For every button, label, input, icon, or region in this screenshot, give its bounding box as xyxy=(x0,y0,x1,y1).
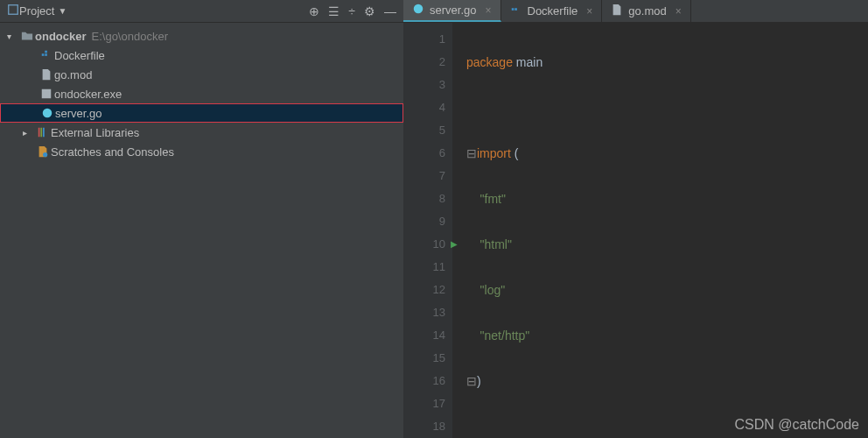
svg-rect-3 xyxy=(45,51,47,53)
project-sidebar: Project ▼ ⊕ ☰ ÷ ⚙ — ▾ ondocker E:\go\ond… xyxy=(0,0,403,438)
tab-label: server.go xyxy=(430,4,476,17)
svg-rect-8 xyxy=(43,128,45,138)
folder-icon xyxy=(19,30,35,42)
tree-item-label: External Libraries xyxy=(51,126,139,139)
close-icon[interactable]: × xyxy=(586,5,592,18)
svg-rect-6 xyxy=(38,128,40,138)
tree-item-label: Dockerfile xyxy=(54,49,105,62)
svg-rect-7 xyxy=(40,128,42,138)
hide-icon[interactable]: — xyxy=(384,4,396,18)
docker-icon xyxy=(38,49,54,61)
code-content[interactable]: package main ⊟import ( "fmt" "html" "log… xyxy=(452,23,868,438)
go-icon xyxy=(39,107,55,119)
line-number: 4 xyxy=(403,96,445,119)
select-opened-icon[interactable]: ⊕ xyxy=(309,4,319,18)
line-number: 17 xyxy=(403,392,445,415)
line-number: 10▶ xyxy=(403,233,445,256)
tree-item-gomod[interactable]: go.mod xyxy=(0,65,403,84)
svg-rect-12 xyxy=(514,8,517,11)
file-icon xyxy=(611,4,623,18)
svg-rect-4 xyxy=(42,89,52,99)
code-area[interactable]: 1 2 3 4 5 6 7 8 9 10▶ 11 12 13 14 15 16 … xyxy=(403,23,868,438)
svg-rect-2 xyxy=(45,53,47,56)
svg-point-10 xyxy=(414,4,424,14)
expand-icon[interactable]: ☰ xyxy=(328,4,340,18)
dropdown-icon[interactable]: ▼ xyxy=(58,6,66,16)
tree-root-path: E:\go\ondocker xyxy=(92,30,168,43)
tree-external-libs[interactable]: ▸ External Libraries xyxy=(0,123,403,142)
editor-panel: server.go × Dockerfile × go.mod × 1 2 3 … xyxy=(403,0,868,438)
line-number: 5 xyxy=(403,119,445,142)
svg-rect-11 xyxy=(511,8,514,11)
tree-item-exe[interactable]: ondocker.exe xyxy=(0,84,403,103)
docker-icon xyxy=(510,4,522,18)
editor-tabs: server.go × Dockerfile × go.mod × xyxy=(403,0,868,23)
tab-gomod[interactable]: go.mod × xyxy=(602,0,690,22)
line-number: 3 xyxy=(403,74,445,96)
line-number: 15 xyxy=(403,347,445,370)
line-number: 9 xyxy=(403,210,445,233)
project-title[interactable]: Project xyxy=(19,4,54,18)
run-icon[interactable]: ▶ xyxy=(451,233,458,256)
tab-servergo[interactable]: server.go × xyxy=(403,0,501,22)
tree-item-servergo[interactable]: server.go xyxy=(0,103,403,123)
tab-dockerfile[interactable]: Dockerfile × xyxy=(501,0,603,22)
svg-rect-0 xyxy=(9,4,18,14)
file-icon xyxy=(38,68,54,81)
line-number: 14 xyxy=(403,324,445,347)
tree-item-dockerfile[interactable]: Dockerfile xyxy=(0,46,403,65)
exe-icon xyxy=(38,88,54,100)
svg-point-9 xyxy=(43,152,47,157)
gutter: 1 2 3 4 5 6 7 8 9 10▶ 11 12 13 14 15 16 … xyxy=(403,23,452,438)
svg-rect-1 xyxy=(42,53,45,56)
watermark: CSDN @catchCode xyxy=(734,417,859,433)
line-number: 1 xyxy=(403,28,445,51)
gear-icon[interactable]: ⚙ xyxy=(364,4,375,18)
project-icon xyxy=(7,4,19,19)
line-number: 18 xyxy=(403,415,445,438)
project-tree: ▾ ondocker E:\go\ondocker Dockerfile go.… xyxy=(0,23,403,165)
svg-point-5 xyxy=(43,109,52,118)
collapse-icon[interactable]: ÷ xyxy=(348,4,355,18)
chevron-right-icon: ▸ xyxy=(23,128,35,138)
tree-scratches[interactable]: Scratches and Consoles xyxy=(0,142,403,161)
tree-root-name: ondocker xyxy=(35,30,87,43)
chevron-down-icon: ▾ xyxy=(7,32,19,41)
tree-item-label: server.go xyxy=(55,107,102,120)
tree-item-label: go.mod xyxy=(54,68,92,81)
project-header: Project ▼ ⊕ ☰ ÷ ⚙ — xyxy=(0,0,403,23)
library-icon xyxy=(35,126,51,138)
line-number: 13 xyxy=(403,301,445,324)
tree-root[interactable]: ▾ ondocker E:\go\ondocker xyxy=(0,26,403,46)
tab-label: Dockerfile xyxy=(528,4,578,18)
tab-label: go.mod xyxy=(628,4,666,18)
line-number: 12 xyxy=(403,279,445,301)
line-number: 16 xyxy=(403,370,445,392)
go-icon xyxy=(412,3,424,18)
close-icon[interactable]: × xyxy=(676,5,682,18)
tree-item-label: ondocker.exe xyxy=(54,88,122,101)
line-number: 7 xyxy=(403,165,445,187)
line-number: 11 xyxy=(403,256,445,279)
line-number: 8 xyxy=(403,187,445,210)
close-icon[interactable]: × xyxy=(485,4,491,17)
line-number: 6 xyxy=(403,142,445,165)
line-number: 2 xyxy=(403,51,445,74)
tree-item-label: Scratches and Consoles xyxy=(51,145,174,159)
scratch-icon xyxy=(35,145,51,158)
